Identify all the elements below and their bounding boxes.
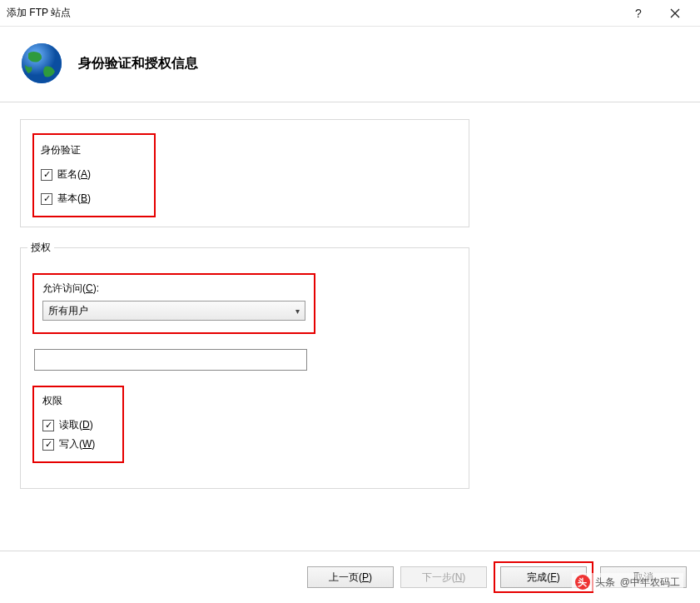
write-label: 写入(W) bbox=[59, 437, 95, 451]
auth-fieldset: 身份验证 身份验证 ✓ 匿名(A) ✓ 基本(B) bbox=[20, 119, 469, 227]
basic-checkbox-row[interactable]: ✓ 基本(B) bbox=[41, 192, 147, 206]
access-select[interactable]: 所有用户 ▾ bbox=[42, 301, 305, 321]
anonymous-label: 匿名(A) bbox=[57, 167, 91, 182]
chevron-down-icon: ▾ bbox=[295, 306, 300, 316]
authz-fieldset: 授权 允许访问(C): 所有用户 ▾ 权限 ✓ 读取(D) ✓ bbox=[20, 247, 469, 489]
read-checkbox[interactable]: ✓ bbox=[42, 420, 54, 431]
anonymous-checkbox[interactable]: ✓ bbox=[41, 169, 52, 181]
watermark-icon: 头 bbox=[575, 575, 590, 590]
user-textbox[interactable] bbox=[34, 349, 307, 371]
prev-button[interactable]: 上一页(P) bbox=[307, 566, 394, 588]
close-icon bbox=[670, 8, 680, 18]
perm-legend-text: 权限 bbox=[42, 394, 114, 408]
next-button: 下一步(N) bbox=[400, 566, 487, 588]
watermark-prefix: 头条 bbox=[595, 576, 615, 590]
read-label: 读取(D) bbox=[59, 418, 93, 432]
close-button[interactable] bbox=[657, 0, 693, 27]
write-checkbox[interactable]: ✓ bbox=[42, 439, 54, 451]
read-checkbox-row[interactable]: ✓ 读取(D) bbox=[42, 418, 114, 432]
watermark: 头 头条 @中年农码工 bbox=[572, 573, 683, 591]
page-title: 身份验证和授权信息 bbox=[78, 55, 198, 72]
authz-legend: 授权 bbox=[27, 241, 54, 255]
authz-highlight: 允许访问(C): 所有用户 ▾ bbox=[32, 273, 315, 334]
globe-icon bbox=[20, 42, 63, 85]
basic-checkbox[interactable]: ✓ bbox=[41, 193, 52, 205]
auth-legend-text: 身份验证 bbox=[41, 143, 147, 157]
watermark-author: @中年农码工 bbox=[620, 576, 680, 590]
wizard-header: 身份验证和授权信息 bbox=[0, 27, 700, 102]
anonymous-checkbox-row[interactable]: ✓ 匿名(A) bbox=[41, 167, 147, 182]
perm-highlight: 权限 ✓ 读取(D) ✓ 写入(W) bbox=[32, 386, 124, 463]
auth-highlight: 身份验证 ✓ 匿名(A) ✓ 基本(B) bbox=[32, 133, 156, 217]
help-button[interactable]: ? bbox=[620, 0, 657, 27]
content-area: 身份验证 身份验证 ✓ 匿名(A) ✓ 基本(B) 授权 允许访问(C): bbox=[0, 102, 700, 544]
svg-point-1 bbox=[22, 43, 62, 83]
write-checkbox-row[interactable]: ✓ 写入(W) bbox=[42, 437, 114, 451]
access-select-value: 所有用户 bbox=[48, 304, 88, 318]
titlebar: 添加 FTP 站点 ? bbox=[0, 0, 700, 27]
access-label: 允许访问(C): bbox=[42, 282, 305, 296]
window-title: 添加 FTP 站点 bbox=[7, 6, 620, 20]
basic-label: 基本(B) bbox=[57, 192, 91, 206]
